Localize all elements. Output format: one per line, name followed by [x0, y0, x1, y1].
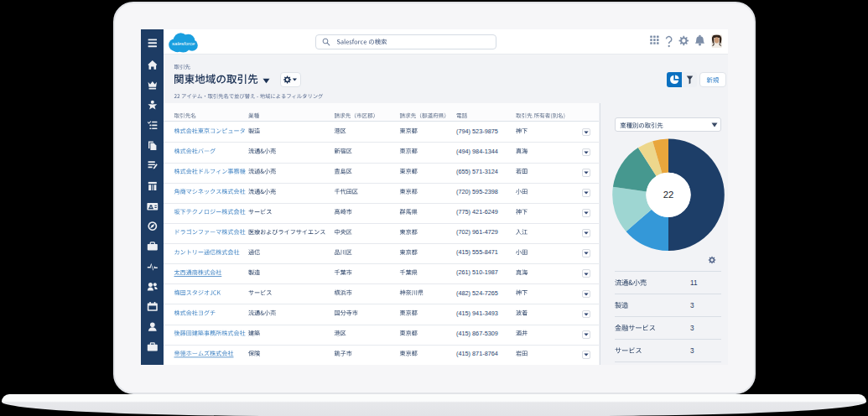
- svg-text:(775) 421-6249: (775) 421-6249: [456, 208, 498, 216]
- svg-text:(482) 524-7265: (482) 524-7265: [456, 289, 498, 297]
- svg-text:3: 3: [690, 347, 694, 355]
- svg-text:(702) 961-4729: (702) 961-4729: [456, 228, 498, 236]
- svg-text:(415) 871-8764: (415) 871-8764: [456, 350, 498, 357]
- svg-text:(415) 555-8471: (415) 555-8471: [456, 248, 498, 256]
- svg-text:(494) 984-1344: (494) 984-1344: [456, 148, 498, 155]
- svg-text:(794) 523-9875: (794) 523-9875: [456, 127, 498, 135]
- svg-text:3: 3: [690, 302, 694, 309]
- svg-text:(655) 571-3124: (655) 571-3124: [456, 168, 498, 175]
- svg-text:22: 22: [663, 190, 674, 200]
- svg-text:11: 11: [690, 279, 698, 287]
- svg-text:(415) 867-5309: (415) 867-5309: [456, 330, 498, 337]
- svg-text:(720) 595-2398: (720) 595-2398: [456, 188, 498, 195]
- svg-text:3: 3: [690, 325, 694, 332]
- svg-text:(261) 510-1987: (261) 510-1987: [456, 268, 498, 276]
- svg-text:(415) 941-3493: (415) 941-3493: [456, 309, 498, 317]
